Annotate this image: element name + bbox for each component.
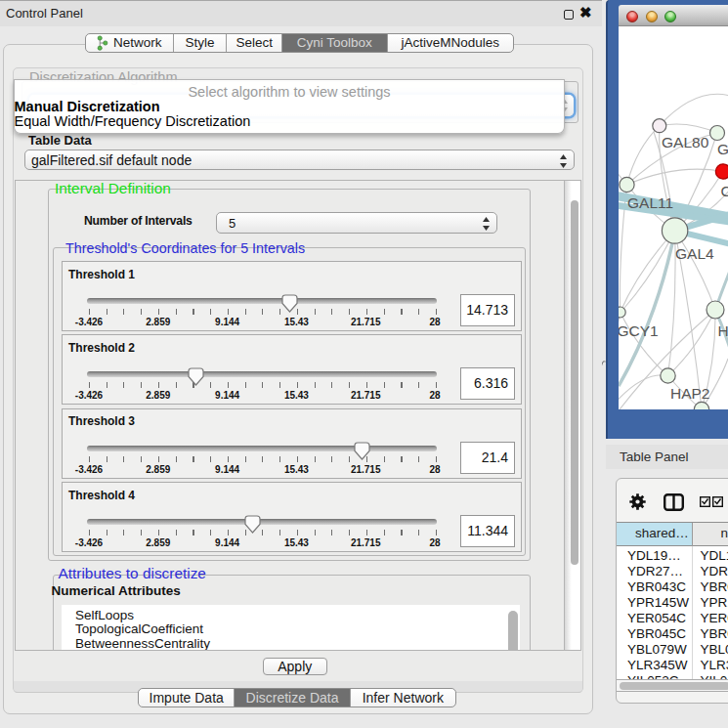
svg-text:GA: GA [717, 141, 728, 157]
svg-text:GAL80: GAL80 [662, 134, 709, 150]
svg-text:H: H [718, 322, 728, 339]
svg-text:HAP2: HAP2 [670, 385, 710, 402]
svg-text:C: C [721, 183, 728, 199]
svg-text:GAL4: GAL4 [675, 245, 714, 262]
svg-text:GAL11: GAL11 [627, 194, 673, 211]
svg-text:GCY1: GCY1 [619, 322, 659, 339]
